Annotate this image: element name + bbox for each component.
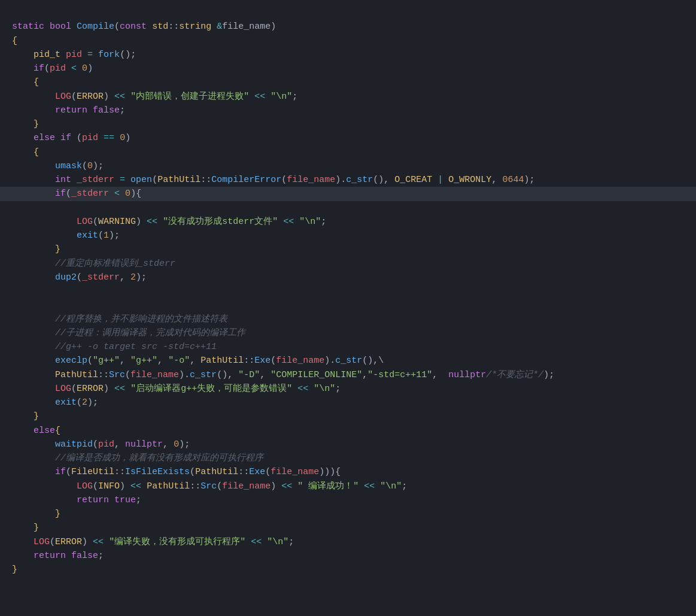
line-31: if(FileUtil::IsFileExists(PathUtil::Exe(…: [12, 467, 341, 477]
line-20: //程序替换，并不影响进程的文件描述符表: [12, 314, 227, 324]
line-36: LOG(ERROR) << "编译失败，没有形成可执行程序" << "\n";: [12, 537, 294, 547]
line-24: PathUtil::Src(file_name).c_str(), "-D", …: [12, 370, 554, 380]
line-21: //子进程：调用编译器，完成对代码的编译工作: [12, 328, 245, 338]
line-35: }: [12, 523, 39, 533]
line-5: {: [12, 77, 39, 87]
line-23: execlp("g++", "g++", "-o", PathUtil::Exe…: [12, 356, 384, 366]
line-25: LOG(ERROR) << "启动编译器g++失败，可能是参数错误" << "\…: [12, 384, 341, 394]
line-18: dup2(_stderr, 2);: [12, 272, 147, 283]
line-16: }: [12, 244, 60, 254]
line-7: return false;: [12, 105, 125, 116]
line-30: //编译是否成功，就看有没有形成对应的可执行程序: [12, 453, 263, 463]
line-15: exit(1);: [12, 230, 120, 241]
line-32: LOG(INFO) << PathUtil::Src(file_name) <<…: [12, 481, 407, 491]
line-12: int _stderr = open(PathUtil::CompilerErr…: [12, 175, 534, 185]
line-28: else{: [12, 426, 60, 436]
line-11: umask(0);: [12, 161, 104, 171]
line-22: //g++ -o target src -std=c++11: [12, 342, 217, 352]
line-26: exit(2);: [12, 397, 98, 408]
line-27: }: [12, 411, 39, 421]
line-4: if(pid < 0): [12, 63, 93, 74]
line-37: return false;: [12, 551, 104, 561]
code-editor: static bool Compile(const std::string &f…: [12, 6, 684, 576]
line-13: if(_stderr < 0){: [0, 187, 696, 201]
line-6: LOG(ERROR) << "内部错误，创建子进程失败" << "\n";: [12, 92, 297, 102]
line-8: }: [12, 119, 39, 129]
line-10: {: [12, 147, 39, 157]
line-17: //重定向标准错误到_stderr: [12, 259, 175, 269]
line-9: else if (pid == 0): [12, 133, 130, 143]
line-1: static bool Compile(const std::string &f…: [12, 22, 276, 32]
line-2: {: [12, 36, 17, 46]
line-38: }: [12, 565, 17, 575]
line-29: waitpid(pid, nullptr, 0);: [12, 439, 190, 450]
line-33: return true;: [12, 495, 141, 505]
line-3: pid_t pid = fork();: [12, 50, 136, 60]
line-34: }: [12, 509, 60, 519]
line-14: LOG(WARNING) << "没有成功形成stderr文件" << "\n"…: [12, 217, 326, 227]
